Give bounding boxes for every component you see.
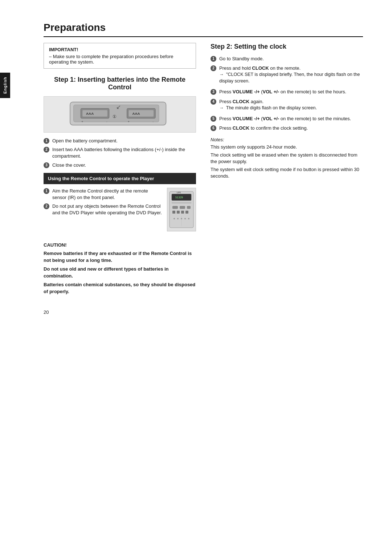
step1-num-3: 3 <box>44 162 49 168</box>
step1-item-1: 1 Open the battery compartment. <box>44 138 196 144</box>
step2-item-2: 2 Press and hold CLOCK on the remote. → … <box>211 65 363 86</box>
step1-text-2: Insert two AAA batteries following the i… <box>52 146 196 159</box>
svg-text:AAA: AAA <box>86 112 94 116</box>
remote-num-1: 1 <box>44 188 49 194</box>
step2-text-5: Press VOLUME -/+ (VOL +/- on the remote)… <box>219 116 363 122</box>
step2-item-6: 6 Press CLOCK to confirm the clock setti… <box>211 125 363 131</box>
right-column: Step 2: Setting the clock 1 Go to Standb… <box>211 43 363 297</box>
caution-line-2: Do not use old and new or different type… <box>44 266 196 280</box>
step2-num-4: 4 <box>211 99 216 105</box>
svg-text:-: - <box>152 120 154 123</box>
step2-num-6: 6 <box>211 125 216 131</box>
svg-point-30 <box>184 218 186 219</box>
step1-list: 1 Open the battery compartment. 2 Insert… <box>44 138 196 169</box>
caution-line-3: Batteries contain chemical substances, s… <box>44 281 196 295</box>
svg-rect-22 <box>172 211 175 214</box>
remote-illustration: 51329 LIPS <box>167 188 196 231</box>
svg-text:①: ① <box>113 114 117 119</box>
step2-arrow-4: → The minute digits flash on the display… <box>219 105 317 112</box>
svg-text:51329: 51329 <box>175 196 183 199</box>
step1-num-1: 1 <box>44 138 49 144</box>
step2-item-4: 4 Press CLOCK again. → The minute digits… <box>211 98 363 113</box>
step1-title: Step 1: Inserting batteries into the Rem… <box>44 76 196 91</box>
two-column-layout: IMPORTANT! – Make sure to complete the p… <box>44 43 363 297</box>
svg-point-29 <box>181 218 182 219</box>
step2-num-5: 5 <box>211 116 216 122</box>
important-box: IMPORTANT! – Make sure to complete the p… <box>44 43 196 69</box>
svg-text:-: - <box>106 120 107 123</box>
notes-title: Notes: <box>211 137 363 142</box>
english-tab: English <box>0 73 10 98</box>
page-title: Preparations <box>44 22 363 37</box>
svg-point-31 <box>188 218 189 219</box>
step1-text-1: Open the battery compartment. <box>52 138 196 144</box>
svg-rect-24 <box>181 211 184 214</box>
caution-label: CAUTION! <box>44 242 196 248</box>
remote-steps-list: 1 Aim the Remote Control directly at the… <box>44 188 163 216</box>
svg-text:LIPS: LIPS <box>177 191 181 194</box>
step2-title: Step 2: Setting the clock <box>211 43 363 50</box>
notes-item-1: This system only supports 24-hour mode. <box>211 144 363 150</box>
remote-section: 1 Aim the Remote Control directly at the… <box>44 188 196 231</box>
remote-step-1: 1 Aim the Remote Control directly at the… <box>44 188 163 201</box>
step2-item-5: 5 Press VOLUME -/+ (VOL +/- on the remot… <box>211 116 363 122</box>
step2-text-1: Go to Standby mode. <box>219 56 363 62</box>
step2-num-3: 3 <box>211 89 216 95</box>
page-number: 20 <box>44 309 49 315</box>
svg-text:+: + <box>81 120 83 123</box>
page-container: English Preparations IMPORTANT! – Make s… <box>0 0 392 326</box>
using-remote-title: Using the Remote Control to operate the … <box>48 176 154 181</box>
svg-text:AAA: AAA <box>132 112 140 116</box>
step2-text-4: Press CLOCK again. <box>219 98 264 105</box>
left-column: IMPORTANT! – Make sure to complete the p… <box>44 43 196 297</box>
svg-rect-19 <box>172 206 178 209</box>
step2-list: 1 Go to Standby mode. 2 Press and hold C… <box>211 56 363 132</box>
svg-text:+: + <box>128 120 130 123</box>
svg-rect-21 <box>187 206 191 209</box>
important-text: – Make sure to complete the preparation … <box>49 54 191 65</box>
svg-rect-25 <box>185 211 188 214</box>
step1-item-3: 3 Close the cover. <box>44 162 196 169</box>
step2-item-3: 3 Press VOLUME -/+ (VOL +/- on the remot… <box>211 89 363 95</box>
caution-box: CAUTION! Remove batteries if they are ex… <box>44 242 196 295</box>
remote-num-2: 2 <box>44 203 49 209</box>
notes-section: Notes: This system only supports 24-hour… <box>211 137 363 180</box>
svg-rect-18 <box>172 202 191 203</box>
notes-item-3: The system will exit clock setting mode … <box>211 166 363 179</box>
important-label: IMPORTANT! <box>49 47 191 52</box>
battery-image: AAA ↙ ① AAA + - + - <box>44 96 196 133</box>
remote-step-text-1: Aim the Remote Control directly at the r… <box>52 188 163 201</box>
svg-text:↙: ↙ <box>116 104 121 110</box>
notes-item-2: The clock setting will be erased when th… <box>211 152 363 165</box>
svg-point-28 <box>177 218 179 219</box>
using-remote-box: Using the Remote Control to operate the … <box>44 173 196 184</box>
remote-step-2: 2 Do not put any objects between the Rem… <box>44 203 163 216</box>
remote-text: 1 Aim the Remote Control directly at the… <box>44 188 163 221</box>
step2-arrow-2: → "CLOCK SET is displayed briefly. Then,… <box>219 72 363 84</box>
step2-text-6: Press CLOCK to confirm the clock setting… <box>219 125 363 131</box>
step2-item-1: 1 Go to Standby mode. <box>211 56 363 62</box>
step2-num-2: 2 <box>211 65 216 71</box>
remote-step-text-2: Do not put any objects between the Remot… <box>52 203 163 216</box>
svg-point-27 <box>173 218 175 219</box>
svg-rect-20 <box>180 206 185 209</box>
step1-title-text: Step 1: Inserting batteries into the Rem… <box>54 76 185 91</box>
step2-num-1: 1 <box>211 56 216 62</box>
step2-text-3: Press VOLUME -/+ (VOL +/- on the remote)… <box>219 89 363 95</box>
svg-rect-23 <box>177 211 180 214</box>
caution-line-1: Remove batteries if they are exhausted o… <box>44 250 196 264</box>
step1-item-2: 2 Insert two AAA batteries following the… <box>44 146 196 159</box>
step2-text-2: Press and hold CLOCK on the remote. <box>219 65 301 72</box>
step1-num-2: 2 <box>44 147 49 153</box>
step1-text-3: Close the cover. <box>52 162 196 169</box>
